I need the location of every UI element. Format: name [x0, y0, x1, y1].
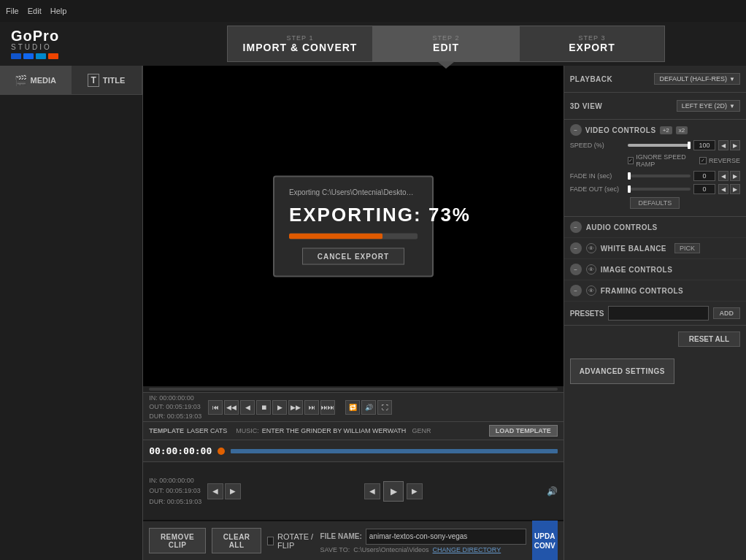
- clear-all-btn[interactable]: CLEAR ALL: [212, 528, 261, 553]
- music-label: MUSIC:: [236, 427, 259, 434]
- pb-loop[interactable]: 🔁: [345, 400, 360, 415]
- framing-controls-toggle[interactable]: −: [570, 285, 582, 296]
- audio-controls-header[interactable]: − AUDIO CONTROLS: [564, 217, 746, 237]
- load-template-btn[interactable]: LOAD TEMPLATE: [489, 425, 558, 437]
- add-btn[interactable]: ADD: [713, 307, 741, 319]
- image-controls-toggle[interactable]: −: [570, 264, 582, 275]
- advanced-settings-btn[interactable]: ADVANCED SETTINGS: [570, 358, 674, 384]
- speed-decrease[interactable]: ◀: [718, 140, 728, 150]
- fade-in-decrease[interactable]: ◀: [718, 171, 728, 181]
- pb-next[interactable]: ▶▶: [288, 400, 303, 415]
- step-2-btn[interactable]: STEP 2 EDIT: [373, 26, 519, 62]
- timeline-header: 00:00:00:00: [143, 440, 564, 462]
- change-dir-btn[interactable]: CHANGE DIRECTORY: [433, 546, 501, 553]
- fade-out-slider[interactable]: [628, 188, 691, 191]
- rotate-flip-area: ROTATE / FLIP: [267, 532, 314, 550]
- image-controls-header[interactable]: − 👁 IMAGE CONTROLS: [564, 259, 746, 280]
- menu-file[interactable]: File: [6, 7, 19, 15]
- tl-play-prev[interactable]: ◀: [364, 483, 380, 499]
- fade-out-decrease[interactable]: ◀: [718, 184, 728, 194]
- presets-input[interactable]: [608, 306, 708, 321]
- scrub-bar[interactable]: [149, 388, 558, 391]
- white-balance-header[interactable]: − 👁 WHITE BALANCE PICK: [564, 238, 746, 258]
- ignore-speed-ramp-checkbox[interactable]: ✓: [628, 157, 634, 164]
- 3d-view-label: 3D VIEW: [570, 102, 603, 110]
- tab-title-label: TITLE: [103, 76, 126, 85]
- white-balance-section: − 👁 WHITE BALANCE PICK: [564, 238, 746, 259]
- pb-fullscreen[interactable]: ⛶: [377, 400, 392, 415]
- save-to-path: C:\Users\Ontecnia\Videos: [353, 546, 428, 553]
- step-3-label: EXPORT: [569, 42, 615, 53]
- tl-play-next[interactable]: ▶: [407, 483, 423, 499]
- step-3-btn[interactable]: STEP 3 EXPORT: [519, 26, 665, 62]
- file-name-input[interactable]: [366, 529, 526, 545]
- file-name-label: FILE NAME:: [320, 532, 362, 540]
- steps-nav: STEP 1 IMPORT & CONVERT STEP 2 EDIT STEP…: [146, 22, 746, 66]
- reset-all-btn[interactable]: RESET ALL: [678, 331, 740, 347]
- reverse-checkbox[interactable]: ✓: [699, 157, 707, 164]
- pb-skip-start[interactable]: ⏮: [208, 400, 223, 415]
- white-balance-toggle[interactable]: −: [570, 242, 582, 254]
- playback-bar: IN: 00:00:00:00 OUT: 00:05:19:03 DUR: 00…: [143, 392, 564, 421]
- speed-increase[interactable]: ▶: [730, 140, 740, 150]
- center-panel: 📷 Exporting C:\Users\Ontecnia\Desktop\pr…: [143, 66, 564, 560]
- gopro-logo-text: GoPro: [11, 28, 59, 43]
- white-balance-eye-icon[interactable]: 👁: [586, 243, 596, 253]
- tl-next-btn[interactable]: ▶: [225, 483, 241, 499]
- image-controls-eye-icon[interactable]: 👁: [586, 264, 596, 275]
- pb-skip-end[interactable]: ⏭⏭: [320, 400, 335, 415]
- pick-btn[interactable]: PICK: [674, 243, 700, 253]
- studio-text: STUDIO: [11, 43, 59, 51]
- step-2-arrow: [437, 61, 455, 69]
- video-controls-section: − VIDEO CONTROLS +2 x2 SPEED (%) 100 ◀ ▶: [564, 120, 746, 217]
- save-to-label: SAVE TO:: [320, 546, 350, 553]
- vc-badge-2: x2: [676, 126, 688, 134]
- presets-section: PRESETS ADD: [564, 302, 746, 326]
- timeline-seek-bar[interactable]: [231, 449, 557, 453]
- ignore-speed-ramp-label: IGNORE SPEED RAMP: [636, 153, 693, 168]
- remove-clip-btn[interactable]: REMOVE CLIP: [149, 528, 206, 553]
- tab-title[interactable]: T TITLE: [72, 66, 143, 94]
- tl-play-main[interactable]: ▶: [383, 481, 404, 502]
- audio-controls-toggle[interactable]: −: [570, 221, 582, 233]
- logo-dot-2: [23, 53, 34, 59]
- ignore-speed-ramp-check[interactable]: ✓ IGNORE SPEED RAMP: [628, 153, 693, 168]
- defaults-btn[interactable]: DEFAULTS: [630, 197, 680, 209]
- tl-prev-btn[interactable]: ◀: [207, 483, 223, 499]
- cancel-export-btn[interactable]: CANCEL EXPORT: [302, 248, 404, 264]
- pb-prev[interactable]: ◀: [240, 400, 255, 415]
- update-conv-btn[interactable]: UPDA CONV: [532, 521, 558, 560]
- tab-media[interactable]: 🎬 MEDIA: [0, 66, 72, 94]
- menu-edit[interactable]: Edit: [28, 7, 42, 15]
- pb-prev-frame[interactable]: ◀◀: [224, 400, 239, 415]
- playback-label: PLAYBACK: [570, 75, 613, 83]
- framing-controls-eye-icon[interactable]: 👁: [586, 285, 596, 296]
- pb-stop[interactable]: ⏹: [256, 400, 271, 415]
- fade-in-increase[interactable]: ▶: [730, 171, 740, 181]
- template-bar: TEMPLATE LASER CATS MUSIC: ENTER THE GRI…: [143, 421, 564, 440]
- vc-toggle[interactable]: −: [570, 124, 582, 136]
- presets-label: PRESETS: [570, 310, 604, 318]
- pb-play[interactable]: ▶: [272, 400, 287, 415]
- pb-volume[interactable]: 🔊: [361, 400, 376, 415]
- reverse-check[interactable]: ✓ REVERSE: [699, 157, 740, 164]
- 3d-view-dropdown[interactable]: LEFT EYE (2D) ▼: [677, 100, 740, 112]
- vc-badge-1: +2: [660, 126, 672, 134]
- rotate-flip-checkbox[interactable]: [267, 537, 274, 545]
- timecode-display: IN: 00:00:00:00 OUT: 00:05:19:03 DUR: 00…: [149, 394, 201, 421]
- fade-in-slider[interactable]: [628, 174, 691, 177]
- rotate-flip-label: ROTATE / FLIP: [277, 532, 315, 550]
- speed-slider[interactable]: [628, 144, 691, 147]
- image-controls-title: IMAGE CONTROLS: [601, 266, 673, 274]
- framing-controls-header[interactable]: − 👁 FRAMING CONTROLS: [564, 280, 746, 301]
- audio-controls-section: − AUDIO CONTROLS: [564, 217, 746, 238]
- pb-next-frame[interactable]: ⏭: [304, 400, 319, 415]
- fade-out-increase[interactable]: ▶: [730, 184, 740, 194]
- menu-help[interactable]: Help: [50, 7, 67, 15]
- advanced-settings-area: ADVANCED SETTINGS: [564, 353, 746, 390]
- bottom-timeline: 00:00:00:00 IN: 00:00:00:00 OUT: 00:05:1…: [143, 440, 564, 520]
- playback-dropdown[interactable]: DEFAULT (HALF-RES) ▼: [654, 73, 740, 85]
- tl-volume-icon[interactable]: 🔊: [547, 486, 558, 496]
- fade-out-label: FADE OUT (sec): [570, 185, 625, 193]
- step-1-btn[interactable]: STEP 1 IMPORT & CONVERT: [227, 26, 373, 62]
